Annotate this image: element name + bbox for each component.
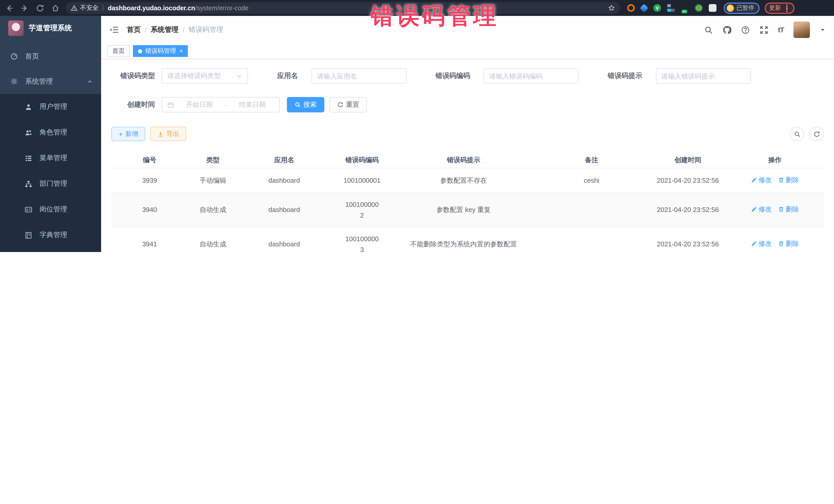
column-header: 错误码编码: [330, 152, 394, 168]
cell-app: dashboard: [238, 193, 331, 227]
sidebar-item-menu[interactable]: 菜单管理: [0, 145, 101, 171]
extension-icon[interactable]: [681, 4, 689, 12]
date-start-placeholder: 开始日期: [178, 100, 221, 109]
table-row: 3939手动编辑dashboard1001000001参数配置不存在ceshi2…: [111, 168, 824, 193]
extension-icon[interactable]: V: [653, 4, 661, 12]
sidebar-item-label: 部门管理: [40, 179, 67, 188]
sidebar-item-dict[interactable]: 字典管理: [0, 222, 101, 248]
sidebar-logo[interactable]: 芋道管理系统: [0, 16, 101, 41]
search-icon[interactable]: [704, 25, 713, 34]
date-end-placeholder: 结束日期: [231, 100, 274, 109]
error-type-select[interactable]: 请选择错误码类型: [162, 68, 248, 84]
delete-link[interactable]: 删除: [778, 175, 799, 185]
edit-label: 修改: [759, 175, 772, 185]
address-bar[interactable]: 不安全 dashboard.yudao.iocoder.cn /system/e…: [66, 2, 620, 14]
sidebar-item-system[interactable]: 系统管理: [0, 69, 101, 94]
sidebar-item-user[interactable]: 用户管理: [0, 94, 101, 119]
extensions-puzzle-icon[interactable]: [709, 4, 717, 12]
forward-icon[interactable]: [21, 4, 29, 12]
logo-image: [8, 21, 24, 36]
refresh-table-button[interactable]: [809, 127, 824, 141]
table-row: 3940自动生成dashboard100100000 2参数配置 key 重复2…: [111, 193, 824, 227]
help-icon[interactable]: [741, 25, 750, 34]
filter-label-type: 错误码类型: [111, 71, 155, 81]
sidebar-item-post[interactable]: 岗位管理: [0, 197, 101, 222]
cell-time: 2021-04-20 23:52:56: [650, 168, 726, 193]
caret-down-icon[interactable]: [820, 27, 826, 33]
dashboard-icon: [10, 52, 18, 60]
cell-id: 3939: [111, 168, 188, 193]
breadcrumb-item[interactable]: 首页: [127, 25, 140, 35]
cell-msg: 参数配置不存在: [394, 168, 533, 193]
reload-icon[interactable]: [36, 4, 44, 12]
edit-link[interactable]: 修改: [751, 204, 772, 215]
reset-button[interactable]: 重置: [329, 97, 367, 112]
navbar-actions: tT: [704, 22, 826, 38]
cell-remark: [533, 227, 650, 252]
error-msg-input[interactable]: [656, 68, 751, 84]
user-avatar[interactable]: [793, 22, 810, 38]
export-button[interactable]: 导出: [150, 127, 186, 141]
column-header: 错误码提示: [394, 152, 533, 168]
column-header: 类型: [188, 152, 238, 168]
app-name-input[interactable]: [311, 68, 406, 84]
create-time-range-picker[interactable]: 开始日期 - 结束日期: [162, 97, 280, 112]
delete-link[interactable]: 删除: [778, 238, 799, 249]
hamburger-icon[interactable]: [109, 26, 118, 34]
column-header: 创建时间: [650, 152, 726, 168]
cell-type: 自动生成: [188, 193, 238, 227]
extension-icon[interactable]: [640, 4, 649, 12]
users-icon: [25, 129, 32, 136]
top-navbar: 首页/系统管理/错误码管理 tT: [101, 16, 834, 44]
refresh-icon: [813, 131, 820, 137]
browser-profile-chip[interactable]: 已暂停: [724, 2, 759, 14]
breadcrumb-item[interactable]: 系统管理: [151, 25, 179, 35]
cell-msg: 参数配置 key 重复: [394, 193, 533, 227]
url-host: dashboard.yudao.iocoder.cn: [108, 4, 195, 12]
sidebar-item-label: 首页: [25, 51, 39, 61]
sidebar-item-label: 字典管理: [40, 231, 67, 240]
tag-active[interactable]: 错误码管理×: [133, 45, 188, 57]
column-header: 编号: [111, 152, 188, 168]
sidebar-item-role[interactable]: 角色管理: [0, 119, 101, 145]
tag-item[interactable]: 首页: [107, 45, 130, 57]
book-icon: [25, 231, 32, 239]
browser-menu-icon[interactable]: ⋮⋮: [784, 5, 790, 11]
sidebar-item-dept[interactable]: 部门管理: [0, 171, 101, 197]
cell-id: 3941: [111, 227, 188, 252]
close-icon[interactable]: ×: [180, 48, 183, 54]
update-label: 更新: [769, 4, 781, 12]
search-button[interactable]: 搜索: [287, 97, 324, 112]
delete-link[interactable]: 删除: [778, 204, 799, 215]
edit-link[interactable]: 修改: [751, 175, 772, 185]
error-code-input[interactable]: [483, 68, 578, 84]
filter-label-msg: 错误码提示: [608, 71, 642, 81]
back-icon[interactable]: [5, 4, 13, 12]
bookmark-star-icon[interactable]: [608, 5, 615, 11]
breadcrumb-separator: /: [145, 26, 147, 34]
search-icon: [294, 102, 301, 108]
toggle-search-button[interactable]: [790, 127, 804, 141]
add-button[interactable]: + 新增: [111, 127, 145, 141]
github-icon[interactable]: [723, 25, 731, 34]
column-header: 备注: [533, 152, 650, 168]
home-icon[interactable]: [51, 4, 60, 12]
extension-icon[interactable]: [667, 4, 675, 12]
sidebar-item-notice[interactable]: 通知公告: [0, 248, 101, 252]
user-icon: [25, 103, 32, 111]
delete-label: 删除: [786, 204, 799, 215]
font-size-icon[interactable]: tT: [778, 26, 784, 34]
security-label: 不安全: [80, 4, 98, 12]
extension-icon[interactable]: [627, 4, 635, 12]
browser-nav: [5, 4, 60, 12]
cell-type: 自动生成: [188, 227, 238, 252]
chevron-up-icon: [87, 78, 93, 84]
edit-link[interactable]: 修改: [751, 238, 772, 249]
browser-update-chip[interactable]: 更新 ⋮⋮: [765, 2, 794, 14]
extension-icon[interactable]: [695, 4, 703, 12]
table-toolbar: + 新增 导出: [111, 127, 824, 141]
sidebar-item-home[interactable]: 首页: [0, 44, 101, 69]
chevron-down-icon: [236, 73, 242, 79]
fullscreen-icon[interactable]: [760, 25, 768, 34]
profile-label: 已暂停: [737, 4, 754, 12]
